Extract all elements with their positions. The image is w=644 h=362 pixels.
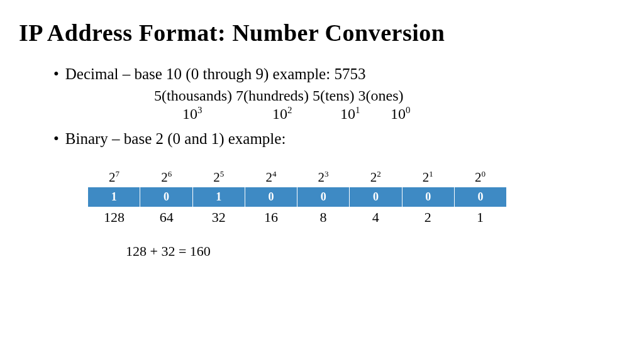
bullet-dot-icon: • bbox=[53, 129, 59, 150]
bullet-decimal-text: Decimal – base 10 (0 through 9) example:… bbox=[65, 64, 366, 85]
binary-result: 128 + 32 = 160 bbox=[88, 243, 506, 260]
bit-cell: 0 bbox=[245, 187, 297, 207]
power-2-6: 26 bbox=[140, 168, 192, 187]
power-2-2: 22 bbox=[350, 168, 402, 187]
power-2-4: 24 bbox=[245, 168, 297, 187]
bit-cell: 0 bbox=[140, 187, 192, 207]
power-2-1: 21 bbox=[402, 168, 454, 187]
power-10-3: 103 bbox=[182, 106, 272, 123]
content-area: • Decimal – base 10 (0 through 9) exampl… bbox=[19, 64, 625, 260]
binary-powers-row: 27 26 25 24 23 22 21 20 bbox=[88, 168, 506, 187]
slide-title: IP Address Format: Number Conversion bbox=[19, 19, 625, 47]
decimal-breakdown: 5(thousands) 7(hundreds) 5(tens) 3(ones) bbox=[53, 87, 625, 104]
bit-cell: 0 bbox=[454, 187, 506, 207]
value-cell: 2 bbox=[402, 207, 454, 226]
decimal-powers-row: 103 102 101 100 bbox=[53, 106, 625, 123]
bullet-binary: • Binary – base 2 (0 and 1) example: bbox=[53, 129, 625, 150]
value-cell: 8 bbox=[297, 207, 350, 226]
power-10-2: 102 bbox=[272, 106, 340, 123]
power-2-7: 27 bbox=[88, 168, 140, 187]
power-10-1: 101 bbox=[340, 106, 391, 123]
value-cell: 32 bbox=[192, 207, 245, 226]
bit-cell: 0 bbox=[297, 187, 349, 207]
value-cell: 128 bbox=[88, 207, 140, 226]
bit-cell: 0 bbox=[402, 187, 454, 207]
power-2-0: 20 bbox=[454, 168, 506, 187]
binary-table: 27 26 25 24 23 22 21 20 1 0 1 0 0 0 0 0 … bbox=[53, 168, 506, 260]
value-cell: 64 bbox=[140, 207, 192, 226]
bit-cell: 1 bbox=[88, 187, 140, 207]
power-2-5: 25 bbox=[192, 168, 245, 187]
bullet-binary-text: Binary – base 2 (0 and 1) example: bbox=[65, 129, 286, 150]
value-cell: 1 bbox=[454, 207, 506, 226]
binary-values-row: 128 64 32 16 8 4 2 1 bbox=[88, 207, 506, 226]
value-cell: 4 bbox=[350, 207, 402, 226]
binary-bits-row: 1 0 1 0 0 0 0 0 bbox=[88, 187, 506, 207]
bit-cell: 0 bbox=[349, 187, 401, 207]
bullet-decimal: • Decimal – base 10 (0 through 9) exampl… bbox=[53, 64, 625, 85]
value-cell: 16 bbox=[245, 207, 297, 226]
power-10-0: 100 bbox=[391, 106, 410, 123]
power-2-3: 23 bbox=[297, 168, 350, 187]
bullet-dot-icon: • bbox=[53, 64, 59, 85]
bit-cell: 1 bbox=[192, 187, 245, 207]
